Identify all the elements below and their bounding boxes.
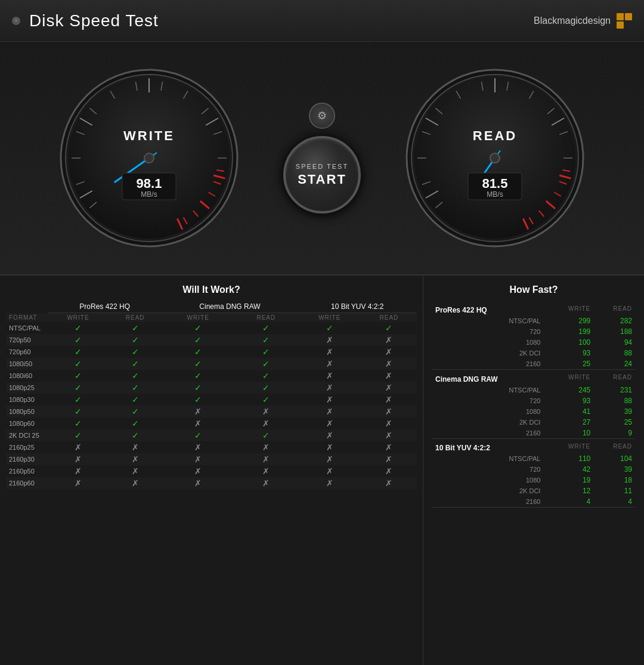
table-row: 1080p25✓✓✓✓✗✗ <box>6 382 417 394</box>
table-row: 2160p25✗✗✗✗✗✗ <box>6 441 417 453</box>
divider <box>432 508 635 508</box>
list-item: 216044 <box>432 496 635 508</box>
list-item: 2160109 <box>432 428 635 439</box>
write-gauge: WRITE 98.1 MB/s <box>60 69 239 248</box>
table-row: 2160p50✗✗✗✗✗✗ <box>6 465 417 477</box>
table-row: 1080i60✓✓✓✓✗✗ <box>6 370 417 382</box>
close-button[interactable]: × <box>12 17 20 25</box>
cinema-write-header: WRITE <box>162 313 234 323</box>
table-row: 1080p60✓✓✗✗✗✗ <box>6 417 417 429</box>
gear-icon: ⚙ <box>317 109 327 122</box>
brand-logo <box>617 13 632 29</box>
will-it-work-title: Will It Work? <box>6 284 417 295</box>
app-title: Disk Speed Test <box>29 11 159 30</box>
cinema-header: Cinema DNG RAW <box>162 301 298 313</box>
yuv-write-header: WRITE <box>298 313 361 323</box>
how-fast-table: ProRes 422 HQWRITEREADNTSC/PAL2992827201… <box>432 301 635 508</box>
will-it-work-table: ProRes 422 HQ Cinema DNG RAW 10 Bit YUV … <box>6 301 417 489</box>
will-it-work-panel: Will It Work? ProRes 422 HQ Cinema DNG R… <box>0 276 423 665</box>
list-item: 7204239 <box>432 464 635 475</box>
brand-square-1 <box>617 13 624 20</box>
title-bar: × Disk Speed Test Blackmagicdesign <box>0 0 644 42</box>
gauges-section: WRITE 98.1 MB/s ⚙ SPEED TEST START <box>0 42 644 274</box>
format-col-header <box>6 301 48 313</box>
table-row: 2160p60✗✗✗✗✗✗ <box>6 477 417 489</box>
category-header-row: ProRes 422 HQWRITEREAD <box>432 301 635 316</box>
table-row: 720p50✓✓✓✓✗✗ <box>6 334 417 346</box>
cinema-read-header: READ <box>234 313 298 323</box>
list-item: 2K DCI9388 <box>432 348 635 358</box>
svg-text:WRITE: WRITE <box>123 128 175 143</box>
list-item: 720199188 <box>432 326 635 337</box>
table-row: 1080p30✓✓✓✓✗✗ <box>6 394 417 406</box>
start-label: START <box>298 172 346 187</box>
list-item: 7209388 <box>432 395 635 406</box>
list-item: NTSC/PAL299282 <box>432 316 635 326</box>
table-row: 1080p50✓✓✗✗✗✗ <box>6 406 417 417</box>
prores-header: ProRes 422 HQ <box>48 301 162 313</box>
yuv-read-header: READ <box>361 313 417 323</box>
title-bar-left: × Disk Speed Test <box>12 11 159 30</box>
category-header-row: 10 Bit YUV 4:2:2WRITEREAD <box>432 439 635 453</box>
list-item: 2K DCI2725 <box>432 417 635 428</box>
brand-square-3 <box>617 21 624 29</box>
table-row: 2160p30✗✗✗✗✗✗ <box>6 453 417 465</box>
format-sub-header: FORMAT <box>6 313 48 323</box>
how-fast-panel: How Fast? ProRes 422 HQWRITEREADNTSC/PAL… <box>423 276 644 665</box>
list-item: 108010094 <box>432 337 635 348</box>
data-section: Will It Work? ProRes 422 HQ Cinema DNG R… <box>0 274 644 665</box>
list-item: 21602524 <box>432 358 635 370</box>
how-fast-title: How Fast? <box>432 284 635 295</box>
prores-write-header: WRITE <box>48 313 109 323</box>
svg-text:MB/s: MB/s <box>487 190 503 199</box>
center-controls: ⚙ SPEED TEST START <box>274 103 370 214</box>
yuv-header: 10 Bit YUV 4:2:2 <box>298 301 417 313</box>
svg-text:98.1: 98.1 <box>137 176 162 191</box>
write-gauge-container: WRITE 98.1 MB/s <box>24 69 274 248</box>
list-item: NTSC/PAL110104 <box>432 453 635 464</box>
list-item: 10804139 <box>432 406 635 417</box>
settings-button[interactable]: ⚙ <box>309 103 335 129</box>
brand-area: Blackmagicdesign <box>534 13 632 29</box>
prores-read-header: READ <box>109 313 162 323</box>
list-item: 10801918 <box>432 475 635 485</box>
read-gauge: READ 81.5 MB/s <box>405 69 584 248</box>
read-gauge-container: READ 81.5 MB/s <box>370 69 620 248</box>
svg-text:81.5: 81.5 <box>482 176 508 191</box>
speed-test-label: SPEED TEST <box>296 162 348 171</box>
category-header-row: Cinema DNG RAWWRITEREAD <box>432 370 635 385</box>
brand-square-2 <box>625 13 632 20</box>
list-item: NTSC/PAL245231 <box>432 385 635 395</box>
table-row: NTSC/PAL✓✓✓✓✓✓ <box>6 322 417 334</box>
start-button[interactable]: SPEED TEST START <box>283 136 361 214</box>
brand-name: Blackmagicdesign <box>534 16 611 26</box>
svg-text:MB/s: MB/s <box>141 190 157 199</box>
brand-square-4 <box>625 21 632 29</box>
table-row: 1080i50✓✓✓✓✗✗ <box>6 358 417 370</box>
table-row: 2K DCI 25✓✓✓✓✗✗ <box>6 429 417 441</box>
table-row: 720p60✓✓✓✓✗✗ <box>6 346 417 358</box>
svg-text:READ: READ <box>473 128 517 143</box>
list-item: 2K DCI1211 <box>432 485 635 496</box>
